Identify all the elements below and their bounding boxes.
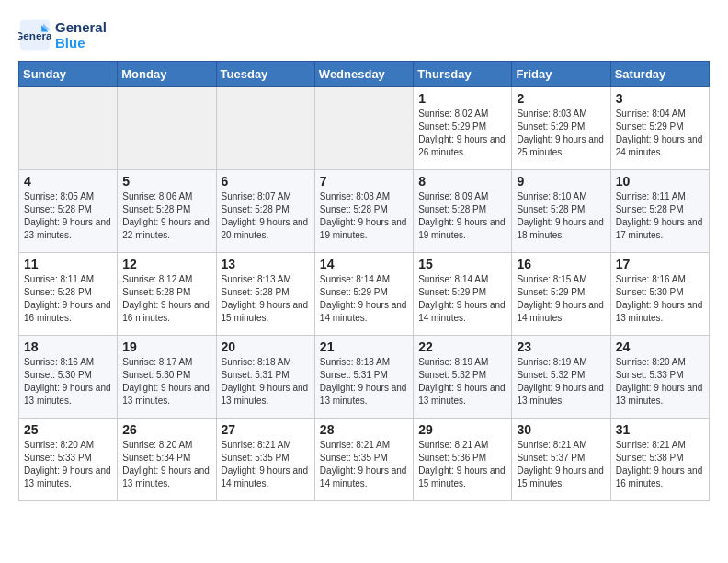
day-info: Sunrise: 8:14 AM Sunset: 5:29 PM Dayligh… xyxy=(320,273,408,325)
calendar-cell: 10 Sunrise: 8:11 AM Sunset: 5:28 PM Dayl… xyxy=(610,170,709,253)
calendar-cell: 1 Sunrise: 8:02 AM Sunset: 5:29 PM Dayli… xyxy=(414,87,512,170)
day-number: 26 xyxy=(122,422,210,437)
day-number: 27 xyxy=(222,422,310,437)
calendar-cell: 6 Sunrise: 8:07 AM Sunset: 5:28 PM Dayli… xyxy=(216,170,314,253)
day-number: 12 xyxy=(122,257,210,271)
calendar-cell: 11 Sunrise: 8:11 AM Sunset: 5:28 PM Dayl… xyxy=(19,253,118,336)
day-info: Sunrise: 8:10 AM Sunset: 5:28 PM Dayligh… xyxy=(517,190,605,242)
day-number: 14 xyxy=(320,257,408,271)
day-number: 2 xyxy=(517,91,605,106)
logo-text: GeneralBlue xyxy=(55,19,107,51)
calendar-cell: 21 Sunrise: 8:18 AM Sunset: 5:31 PM Dayl… xyxy=(314,336,413,419)
day-info: Sunrise: 8:21 AM Sunset: 5:35 PM Dayligh… xyxy=(320,439,408,490)
calendar-row: 25 Sunrise: 8:20 AM Sunset: 5:33 PM Dayl… xyxy=(19,419,710,501)
calendar-cell: 4 Sunrise: 8:05 AM Sunset: 5:28 PM Dayli… xyxy=(19,170,118,253)
day-number: 3 xyxy=(616,91,704,106)
calendar-row: 1 Sunrise: 8:02 AM Sunset: 5:29 PM Dayli… xyxy=(19,87,710,170)
day-info: Sunrise: 8:17 AM Sunset: 5:30 PM Dayligh… xyxy=(122,356,210,408)
day-info: Sunrise: 8:19 AM Sunset: 5:32 PM Dayligh… xyxy=(418,356,506,408)
day-number: 29 xyxy=(418,422,506,437)
day-info: Sunrise: 8:16 AM Sunset: 5:30 PM Dayligh… xyxy=(24,356,112,408)
calendar-cell: 29 Sunrise: 8:21 AM Sunset: 5:36 PM Dayl… xyxy=(414,419,512,501)
calendar-cell: 3 Sunrise: 8:04 AM Sunset: 5:29 PM Dayli… xyxy=(610,87,709,170)
day-number: 4 xyxy=(24,174,112,189)
calendar-cell: 22 Sunrise: 8:19 AM Sunset: 5:32 PM Dayl… xyxy=(414,336,512,419)
day-info: Sunrise: 8:20 AM Sunset: 5:33 PM Dayligh… xyxy=(616,356,704,408)
weekday-header: Sunday xyxy=(19,62,118,87)
day-info: Sunrise: 8:04 AM Sunset: 5:29 PM Dayligh… xyxy=(616,108,704,159)
day-number: 19 xyxy=(122,339,210,354)
day-info: Sunrise: 8:20 AM Sunset: 5:34 PM Dayligh… xyxy=(122,439,210,490)
day-number: 15 xyxy=(418,257,506,271)
day-info: Sunrise: 8:21 AM Sunset: 5:38 PM Dayligh… xyxy=(616,439,704,490)
weekday-header: Tuesday xyxy=(216,62,314,87)
day-number: 17 xyxy=(616,257,704,271)
calendar-row: 11 Sunrise: 8:11 AM Sunset: 5:28 PM Dayl… xyxy=(19,253,710,336)
calendar-cell: 5 Sunrise: 8:06 AM Sunset: 5:28 PM Dayli… xyxy=(118,170,216,253)
day-info: Sunrise: 8:20 AM Sunset: 5:33 PM Dayligh… xyxy=(24,439,112,490)
calendar-cell: 9 Sunrise: 8:10 AM Sunset: 5:28 PM Dayli… xyxy=(512,170,610,253)
day-number: 28 xyxy=(320,422,408,437)
calendar-row: 18 Sunrise: 8:16 AM Sunset: 5:30 PM Dayl… xyxy=(19,336,710,419)
day-number: 5 xyxy=(122,174,210,189)
calendar-cell: 28 Sunrise: 8:21 AM Sunset: 5:35 PM Dayl… xyxy=(314,419,413,501)
day-number: 22 xyxy=(418,339,506,354)
day-number: 20 xyxy=(222,339,310,354)
calendar-table: SundayMondayTuesdayWednesdayThursdayFrid… xyxy=(18,61,710,501)
weekday-header: Wednesday xyxy=(314,62,413,87)
day-info: Sunrise: 8:09 AM Sunset: 5:28 PM Dayligh… xyxy=(418,190,506,242)
day-info: Sunrise: 8:18 AM Sunset: 5:31 PM Dayligh… xyxy=(320,356,408,408)
calendar-cell: 20 Sunrise: 8:18 AM Sunset: 5:31 PM Dayl… xyxy=(216,336,314,419)
day-number: 31 xyxy=(616,422,704,437)
day-info: Sunrise: 8:07 AM Sunset: 5:28 PM Dayligh… xyxy=(222,190,310,242)
day-number: 1 xyxy=(418,91,506,106)
day-number: 23 xyxy=(517,339,605,354)
day-number: 30 xyxy=(517,422,605,437)
day-number: 7 xyxy=(320,174,408,189)
calendar-cell: 12 Sunrise: 8:12 AM Sunset: 5:28 PM Dayl… xyxy=(118,253,216,336)
day-info: Sunrise: 8:05 AM Sunset: 5:28 PM Dayligh… xyxy=(24,190,112,242)
calendar-cell: 31 Sunrise: 8:21 AM Sunset: 5:38 PM Dayl… xyxy=(610,419,709,501)
day-info: Sunrise: 8:02 AM Sunset: 5:29 PM Dayligh… xyxy=(418,108,506,159)
calendar-cell: 13 Sunrise: 8:13 AM Sunset: 5:28 PM Dayl… xyxy=(216,253,314,336)
day-number: 10 xyxy=(616,174,704,189)
weekday-header: Friday xyxy=(512,62,610,87)
logo-icon: General xyxy=(18,18,51,52)
calendar-cell: 17 Sunrise: 8:16 AM Sunset: 5:30 PM Dayl… xyxy=(610,253,709,336)
day-info: Sunrise: 8:11 AM Sunset: 5:28 PM Dayligh… xyxy=(616,190,704,242)
day-info: Sunrise: 8:08 AM Sunset: 5:28 PM Dayligh… xyxy=(320,190,408,242)
calendar-cell xyxy=(216,87,314,170)
day-number: 21 xyxy=(320,339,408,354)
day-info: Sunrise: 8:18 AM Sunset: 5:31 PM Dayligh… xyxy=(222,356,310,408)
day-number: 6 xyxy=(222,174,310,189)
calendar-cell: 30 Sunrise: 8:21 AM Sunset: 5:37 PM Dayl… xyxy=(512,419,610,501)
day-number: 8 xyxy=(418,174,506,189)
day-number: 11 xyxy=(24,257,112,271)
day-number: 18 xyxy=(24,339,112,354)
weekday-header: Saturday xyxy=(610,62,709,87)
day-info: Sunrise: 8:03 AM Sunset: 5:29 PM Dayligh… xyxy=(517,108,605,159)
calendar-cell xyxy=(19,87,118,170)
calendar-cell: 14 Sunrise: 8:14 AM Sunset: 5:29 PM Dayl… xyxy=(314,253,413,336)
calendar-cell: 26 Sunrise: 8:20 AM Sunset: 5:34 PM Dayl… xyxy=(118,419,216,501)
day-number: 13 xyxy=(222,257,310,271)
weekday-header-row: SundayMondayTuesdayWednesdayThursdayFrid… xyxy=(19,62,710,87)
calendar-cell xyxy=(314,87,413,170)
day-info: Sunrise: 8:06 AM Sunset: 5:28 PM Dayligh… xyxy=(122,190,210,242)
day-info: Sunrise: 8:14 AM Sunset: 5:29 PM Dayligh… xyxy=(418,273,506,325)
calendar-cell: 27 Sunrise: 8:21 AM Sunset: 5:35 PM Dayl… xyxy=(216,419,314,501)
calendar-cell xyxy=(118,87,216,170)
day-number: 9 xyxy=(517,174,605,189)
day-number: 25 xyxy=(24,422,112,437)
day-info: Sunrise: 8:15 AM Sunset: 5:29 PM Dayligh… xyxy=(517,273,605,325)
day-number: 16 xyxy=(517,257,605,271)
day-info: Sunrise: 8:13 AM Sunset: 5:28 PM Dayligh… xyxy=(222,273,310,325)
day-number: 24 xyxy=(616,339,704,354)
day-info: Sunrise: 8:11 AM Sunset: 5:28 PM Dayligh… xyxy=(24,273,112,325)
day-info: Sunrise: 8:16 AM Sunset: 5:30 PM Dayligh… xyxy=(616,273,704,325)
page-header: General GeneralBlue xyxy=(18,18,710,52)
logo: General GeneralBlue xyxy=(18,18,107,52)
day-info: Sunrise: 8:21 AM Sunset: 5:36 PM Dayligh… xyxy=(418,439,506,490)
calendar-cell: 25 Sunrise: 8:20 AM Sunset: 5:33 PM Dayl… xyxy=(19,419,118,501)
calendar-cell: 24 Sunrise: 8:20 AM Sunset: 5:33 PM Dayl… xyxy=(610,336,709,419)
